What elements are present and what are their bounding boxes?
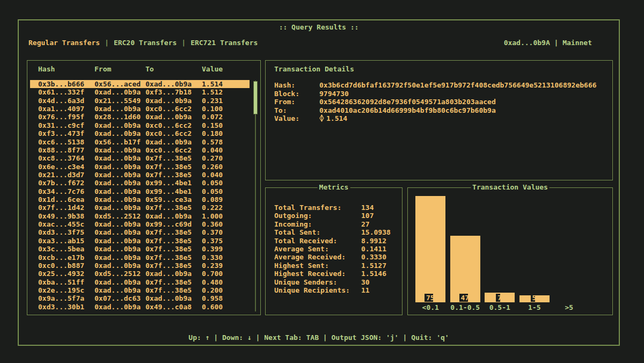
- cell-hash: 0x3b...b666: [38, 80, 84, 88]
- cell-to: 0x99...c69d: [145, 220, 192, 228]
- tab-erc20-transfers[interactable]: ERC20 Transfers: [114, 39, 177, 47]
- cell-hash: 0x61...332f: [38, 88, 84, 96]
- cell-hash: 0xc6...5138: [38, 138, 84, 146]
- metric-label: Outgoing:: [274, 212, 312, 220]
- cell-value: 0.270: [202, 154, 223, 162]
- column-header-from: From: [94, 65, 111, 73]
- tab-divider: |: [181, 39, 186, 47]
- table-row[interactable]: 0x3b...b6660x56...aced0xad...0b9a1.514: [30, 80, 250, 88]
- metric-label: Highest Received:: [274, 270, 346, 278]
- cell-hash: 0x31...c9cf: [38, 121, 84, 129]
- cell-from: 0xad...0b9a: [94, 228, 141, 236]
- metrics-list: Total Transfers:134Outgoing:107Incoming:…: [266, 204, 402, 294]
- table-row[interactable]: 0x3c...5bea0xad...0b9a0x7f...38e50.399: [30, 245, 250, 253]
- cell-hash: 0x76...f95f: [38, 113, 84, 121]
- table-row[interactable]: 0x9a...5f7a0x07...dc630xad...0b9a0.958: [30, 294, 250, 302]
- cell-hash: 0x7b...f672: [38, 179, 84, 187]
- detail-value-value: 1.514: [319, 114, 347, 123]
- metric-highest-received: Highest Received:1.5146: [266, 270, 402, 278]
- cell-value: 1.512: [202, 88, 223, 96]
- detail-line-hash: Hash:0x3b6cd7d6bfaf163792f50e1ef5e917b97…: [266, 81, 612, 90]
- column-header-hash: Hash: [38, 65, 55, 73]
- table-row[interactable]: 0x1d...6cea0xad...0b9a0x59...ce3a0.089: [30, 195, 250, 204]
- detail-value-to: 0xad4010ac206b14d66999b4bf9b80c6bc97b60b…: [319, 106, 496, 115]
- cell-hash: 0x7f...1d42: [38, 204, 84, 212]
- cell-hash: 0xa3...ab15: [38, 237, 84, 245]
- cell-value: 0.480: [202, 278, 223, 286]
- cell-from: 0x21...5549: [94, 97, 141, 105]
- tab-divider: |: [105, 39, 109, 47]
- table-row[interactable]: 0xc0...b8870xad...0b9a0x7f...38e50.239: [30, 262, 250, 270]
- table-row[interactable]: 0x21...d3d70xad...0b9a0x7f...38e50.040: [30, 171, 250, 179]
- cell-from: 0x56...b17f: [94, 138, 141, 146]
- cell-from: 0x28...1d60: [94, 113, 141, 121]
- table-row[interactable]: 0x76...f95f0x28...1d600xad...0b9a0.072: [30, 113, 250, 121]
- tab-bar: Regular Transfers|ERC20 Transfers|ERC721…: [28, 39, 258, 47]
- cell-value: 0.700: [202, 270, 223, 278]
- bar-value-label: 47: [459, 294, 468, 302]
- table-scrollbar[interactable]: [253, 81, 258, 311]
- metric-value: 8.9912: [361, 237, 386, 245]
- table-row[interactable]: 0x25...49320xd5...25120xad...0b9a0.700: [30, 270, 250, 278]
- detail-label-hash: Hash:: [274, 81, 295, 90]
- cell-from: 0xad...0b9a: [94, 237, 141, 245]
- table-row[interactable]: 0xc6...51380x56...b17f0xad...0b9a0.578: [30, 138, 250, 146]
- cell-hash: 0xac...455c: [38, 220, 84, 228]
- cell-hash: 0x4d...6a3d: [38, 97, 84, 105]
- cell-to: 0x7f...38e5: [145, 278, 192, 286]
- table-row[interactable]: 0x34...7c760xad...0b9a0x99...4be10.050: [30, 187, 250, 195]
- table-row[interactable]: 0xd3...30b10xad...0b9a0x49...c0a80.600: [30, 303, 250, 311]
- cell-hash: 0x6e...c3e4: [38, 163, 84, 171]
- table-row[interactable]: 0xcb...e17b0xad...0b9a0x7f...38e50.330: [30, 253, 250, 262]
- table-row[interactable]: 0x4d...6a3d0x21...55490xad...0b9a0.231: [30, 97, 250, 105]
- table-row[interactable]: 0x2e...195c0xad...0b9a0x7f...38e50.200: [30, 286, 250, 294]
- cell-value: 0.239: [202, 262, 223, 270]
- detail-line-block: Block:9794730: [266, 90, 612, 98]
- table-row[interactable]: 0xf3...473f0xad...0b9a0xc0...6cc20.180: [30, 129, 250, 137]
- cell-value: 0.222: [202, 204, 223, 212]
- cell-value: 0.578: [202, 138, 223, 146]
- cell-hash: 0x88...8f77: [38, 146, 84, 154]
- table-row[interactable]: 0x7f...1d420xad...0b9a0x7f...38e50.222: [30, 204, 250, 212]
- cell-from: 0xad...0b9a: [94, 286, 141, 294]
- table-row[interactable]: 0xd3...3f750xad...0b9a0x7f...38e50.370: [30, 228, 250, 236]
- cell-hash: 0x2e...195c: [38, 286, 84, 294]
- cell-to: 0x7f...38e5: [145, 204, 192, 212]
- cell-value: 0.040: [202, 146, 223, 154]
- metric-value: 1.5127: [361, 262, 386, 270]
- scrollbar-track: [255, 81, 256, 311]
- table-row[interactable]: 0x88...8f770xad...0b9a0xc0...6cc20.040: [30, 146, 250, 154]
- cell-value: 0.600: [202, 303, 223, 311]
- metrics-panel-title: Metrics: [318, 183, 350, 191]
- detail-label-value: Value:: [274, 114, 299, 123]
- cell-value: 0.330: [202, 253, 223, 262]
- table-row[interactable]: 0xba...51ff0xad...0b9a0x7f...38e50.480: [30, 278, 250, 286]
- metric-value: 15.0938: [361, 228, 391, 236]
- table-row[interactable]: 0xa3...ab150xad...0b9a0x7f...38e50.375: [30, 237, 250, 245]
- metric-value: 107: [361, 212, 374, 220]
- metric-value: 134: [361, 204, 374, 212]
- page-title: :: Query Results ::: [19, 23, 619, 31]
- cell-value: 0.370: [202, 228, 223, 236]
- table-row[interactable]: 0x61...332f0xad...0b9a0xf3...7b181.512: [30, 88, 250, 96]
- detail-line-value: Value:1.514: [266, 114, 612, 123]
- table-row[interactable]: 0xc8...37640xad...0b9a0x7f...38e50.270: [30, 154, 250, 162]
- tab-regular-transfers[interactable]: Regular Transfers: [28, 39, 100, 47]
- cell-value: 0.050: [202, 179, 223, 187]
- tab-erc721-transfers[interactable]: ERC721 Transfers: [191, 39, 258, 47]
- table-row[interactable]: 0xa1...40970xad...0b9a0xc0...6cc20.100: [30, 105, 250, 113]
- metric-label: Unique Recipients:: [274, 286, 350, 294]
- cell-value: 0.040: [202, 171, 223, 179]
- table-row[interactable]: 0x6e...c3e40xad...0b9a0x7f...38e50.260: [30, 163, 250, 171]
- eth-diamond-icon: [319, 114, 324, 122]
- table-row[interactable]: 0x31...c9cf0xad...0b9a0xc0...6cc20.150: [30, 121, 250, 129]
- table-row[interactable]: 0x7b...f6720xad...0b9a0x99...4be10.050: [30, 179, 250, 187]
- metrics-panel: Metrics Total Transfers:134Outgoing:107I…: [265, 187, 402, 315]
- metric-label: Total Received:: [274, 237, 337, 245]
- cell-hash: 0xd3...3f75: [38, 228, 84, 236]
- scrollbar-thumb[interactable]: [253, 81, 258, 114]
- table-row[interactable]: 0x49...9b380xd5...25120xad...0b9a1.000: [30, 212, 250, 220]
- table-row[interactable]: 0xac...455c0xad...0b9a0x99...c69d0.360: [30, 220, 250, 228]
- cell-value: 0.260: [202, 163, 223, 171]
- metric-value: 11: [361, 286, 370, 294]
